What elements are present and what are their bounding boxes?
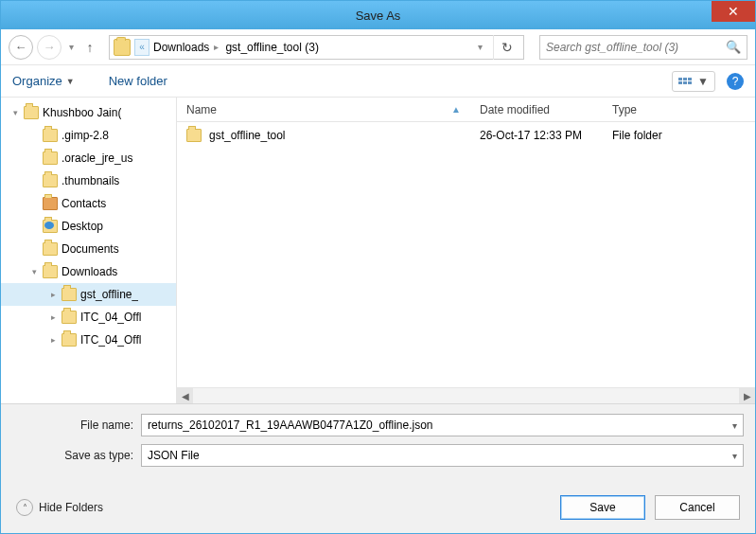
scroll-left-icon[interactable]: ◀ (177, 388, 193, 404)
scroll-right-icon[interactable]: ▶ (739, 388, 755, 404)
tree-item[interactable]: ▾Khushboo Jain( (1, 101, 176, 124)
file-rows[interactable]: gst_offline_tool 26-Oct-17 12:33 PM File… (177, 122, 755, 387)
tree-label: Documents (62, 242, 119, 256)
forward-button[interactable]: → (37, 35, 62, 60)
organize-label: Organize (12, 74, 62, 88)
bottom-panel: File name: ▾ Save as type: ▾ ˄ Hide Fold… (1, 403, 755, 533)
nav-row: ← → ▾ ↑ « Downloads ▸ gst_offline_tool (… (1, 29, 755, 65)
tree-label: Contacts (62, 197, 106, 210)
window-title: Save As (1, 9, 755, 23)
search-box[interactable]: 🔍 (539, 35, 747, 60)
chevron-down-icon: ▼ (66, 77, 75, 86)
tree-item[interactable]: .oracle_jre_us (1, 147, 176, 169)
newfolder-label: New folder (109, 74, 167, 88)
tree-item[interactable]: ▸gst_offline_ (1, 283, 176, 306)
file-list-pane: Name▲ Date modified Type gst_offline_too… (177, 98, 755, 403)
column-date[interactable]: Date modified (470, 103, 603, 116)
tree-label: ITC_04_Offl (80, 311, 141, 324)
tree-label: .oracle_jre_us (62, 151, 132, 165)
tree-label: Desktop (62, 220, 103, 233)
twisty-icon[interactable]: ▸ (48, 290, 58, 299)
tree-item[interactable]: .gimp-2.8 (1, 124, 176, 147)
history-dropdown-icon[interactable]: ▾ (65, 42, 77, 52)
tree-item[interactable]: ▸ITC_04_Offl (1, 329, 176, 351)
refresh-button[interactable]: ↻ (493, 35, 519, 60)
filename-combo[interactable]: ▾ (141, 414, 744, 436)
chevron-down-icon[interactable]: ▾ (727, 451, 737, 461)
up-button[interactable]: ↑ (80, 38, 99, 57)
search-input[interactable] (546, 41, 720, 54)
hide-folders-button[interactable]: ˄ Hide Folders (16, 499, 103, 516)
twisty-icon[interactable]: ▾ (10, 108, 20, 117)
folder-icon (43, 129, 58, 142)
titlebar: Save As ✕ (1, 1, 755, 29)
help-button[interactable]: ? (727, 73, 744, 90)
tree-item[interactable]: ▸ITC_04_Offl (1, 306, 176, 329)
twisty-icon[interactable]: ▾ (29, 267, 39, 276)
savetype-combo[interactable]: ▾ (141, 444, 744, 467)
chevron-right-icon[interactable]: ▸ (211, 42, 221, 52)
tree-label: .gimp-2.8 (62, 129, 109, 142)
folder-icon (43, 151, 58, 165)
toolbar: Organize ▼ New folder ▼ ? (1, 65, 755, 98)
save-button[interactable]: Save (560, 495, 645, 520)
close-button[interactable]: ✕ (712, 1, 755, 22)
tree-label: ITC_04_Offl (80, 333, 141, 347)
tree-label: Khushboo Jain( (43, 106, 121, 119)
tree-item[interactable]: Documents (1, 238, 176, 260)
chevron-down-icon: ▼ (697, 75, 709, 88)
savetype-row: Save as type: ▾ (12, 444, 744, 467)
chevron-down-icon[interactable]: ▾ (727, 420, 737, 431)
savetype-input[interactable] (148, 449, 727, 462)
list-item[interactable]: gst_offline_tool 26-Oct-17 12:33 PM File… (177, 122, 755, 149)
folder-icon (62, 333, 77, 347)
tree-item[interactable]: .thumbnails (1, 169, 176, 192)
column-headers: Name▲ Date modified Type (177, 98, 755, 122)
cancel-button[interactable]: Cancel (655, 495, 740, 520)
file-type: File folder (603, 129, 716, 142)
chevron-up-icon: ˄ (16, 499, 33, 516)
folder-icon (43, 174, 58, 187)
filename-row: File name: ▾ (12, 414, 744, 436)
folder-icon (186, 129, 202, 142)
file-date: 26-Oct-17 12:33 PM (470, 129, 603, 142)
downloads-icon (43, 265, 58, 278)
new-folder-button[interactable]: New folder (109, 74, 167, 88)
documents-icon (43, 242, 58, 256)
desktop-icon (43, 220, 58, 233)
horizontal-scrollbar[interactable]: ◀ ▶ (177, 387, 755, 403)
breadcrumb[interactable]: Downloads ▸ (153, 41, 221, 54)
tree-label: gst_offline_ (80, 288, 138, 301)
tree-item[interactable]: Desktop (1, 215, 176, 238)
folder-icon (114, 39, 131, 56)
crumb-label: gst_offline_tool (3) (225, 41, 319, 54)
address-drop-icon[interactable]: ▾ (470, 42, 489, 52)
organize-menu[interactable]: Organize ▼ (12, 74, 75, 88)
tree-label: Downloads (62, 265, 117, 278)
twisty-icon[interactable]: ▸ (48, 335, 58, 345)
filename-label: File name: (12, 418, 141, 432)
folder-tree[interactable]: ▾Khushboo Jain( .gimp-2.8 .oracle_jre_us… (1, 98, 177, 403)
view-icon (678, 78, 692, 84)
column-type[interactable]: Type (603, 103, 716, 116)
folder-icon (62, 288, 77, 301)
filename-input[interactable] (148, 418, 727, 432)
body: ▾Khushboo Jain( .gimp-2.8 .oracle_jre_us… (1, 98, 755, 403)
breadcrumb[interactable]: gst_offline_tool (3) (225, 41, 319, 54)
tree-item[interactable]: ▾Downloads (1, 260, 176, 283)
tree-item[interactable]: Contacts (1, 192, 176, 215)
sort-asc-icon: ▲ (451, 104, 461, 115)
contacts-icon (43, 197, 58, 210)
back-button[interactable]: ← (9, 35, 33, 60)
user-folder-icon (24, 106, 39, 119)
folder-icon (62, 311, 77, 324)
button-row: ˄ Hide Folders Save Cancel (12, 474, 744, 533)
file-name: gst_offline_tool (209, 129, 286, 142)
save-as-dialog: Save As ✕ ← → ▾ ↑ « Downloads ▸ gst_offl… (0, 0, 756, 534)
column-name[interactable]: Name▲ (177, 103, 470, 116)
search-icon: 🔍 (726, 40, 741, 54)
twisty-icon[interactable]: ▸ (48, 312, 58, 322)
view-options-button[interactable]: ▼ (672, 71, 715, 92)
address-history-icon[interactable]: « (134, 39, 149, 56)
address-bar[interactable]: « Downloads ▸ gst_offline_tool (3) ▾ ↻ (109, 35, 524, 60)
